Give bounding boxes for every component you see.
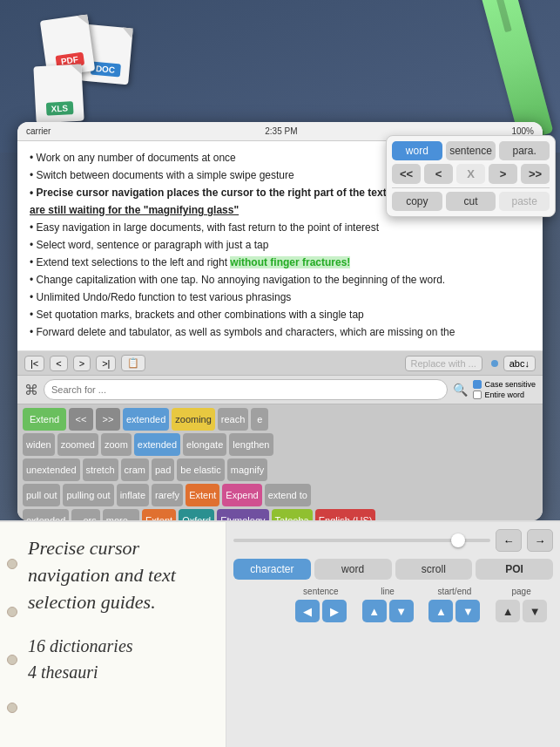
popup-paste-btn[interactable]: paste (499, 192, 550, 211)
key-nav-prev[interactable]: << (69, 408, 93, 431)
nav-labels-row: sentence line start/end page (233, 587, 553, 596)
time-label: 2:35 PM (265, 126, 297, 136)
key-etymology[interactable]: Etymology (217, 509, 268, 520)
key-elongate[interactable]: elongate (183, 433, 226, 456)
key-expend[interactable]: Expend (222, 484, 261, 506)
key-widen[interactable]: widen (23, 433, 55, 456)
case-sensitive-checkbox[interactable] (473, 380, 482, 389)
key-extended3[interactable]: extended (23, 509, 69, 520)
keyboard-area: Extend << >> extended zooming reach e wi… (17, 404, 543, 520)
bottom-section: Precise cursornavigation and textselecti… (0, 520, 560, 747)
doc-line-7: • Extend text selections to the left and… (30, 255, 530, 270)
tab-character[interactable]: character (233, 559, 311, 580)
popup-nav-rr[interactable]: >> (521, 164, 550, 184)
key-oxford[interactable]: Oxford (179, 509, 214, 520)
marker-clip (496, 0, 512, 32)
case-sensitive-label: Case sensitive (484, 380, 536, 389)
nav-arrow-left[interactable]: ← (496, 529, 522, 552)
nav-line-down[interactable]: ▼ (389, 600, 414, 622)
nav-page-btns: ▲ ▼ (489, 600, 553, 622)
popup-nav-x[interactable]: X (456, 164, 485, 184)
case-sensitive-option[interactable]: Case sensitive (473, 380, 536, 389)
hole-1 (7, 559, 17, 569)
popup-word-btn[interactable]: word (392, 141, 442, 160)
key-stretch[interactable]: stretch (83, 458, 118, 481)
key-be-elastic[interactable]: be elastic (177, 458, 224, 481)
doc-badge: DOC (90, 61, 120, 77)
nav-page-down[interactable]: ▼ (523, 600, 547, 622)
nav-grid: ◀ ▶ ▲ ▼ ▲ ▼ ▲ ▼ (233, 600, 553, 622)
entire-word-checkbox[interactable] (473, 390, 482, 399)
popup-copy-btn[interactable]: copy (392, 192, 442, 211)
tab-word[interactable]: word (314, 559, 392, 580)
nav-slider[interactable] (233, 539, 490, 542)
popup-nav-l[interactable]: < (424, 164, 453, 184)
tab-scroll[interactable]: scroll (395, 559, 473, 580)
tab-poi[interactable]: POI (476, 559, 553, 580)
key-extended2[interactable]: extended (134, 433, 180, 456)
key-inflate[interactable]: inflate (117, 484, 149, 506)
key-pad[interactable]: pad (152, 458, 174, 481)
toolbar-angle-right[interactable]: > (73, 356, 91, 371)
nav-slider-thumb[interactable] (451, 533, 465, 547)
key-tatoeba[interactable]: Tatoeba (272, 509, 313, 520)
toolbar-bracket-left[interactable]: |< (24, 356, 44, 371)
nav-line-up[interactable]: ▲ (362, 600, 387, 622)
nav-sentence-right[interactable]: ▶ (322, 600, 347, 622)
nav-tabs: character word scroll POI (233, 559, 553, 580)
doc-line-11: • Forward delete and tabulator, as well … (30, 324, 530, 340)
nav-startend-up[interactable]: ▲ (428, 600, 453, 622)
search-magnify-icon[interactable]: 🔍 (453, 383, 468, 397)
key-zooming[interactable]: zooming (172, 408, 215, 431)
key-pull-out[interactable]: pull out (23, 484, 60, 506)
key-extend[interactable]: Extend (23, 408, 66, 431)
doc-line-6: • Select word, sentence or paragraph wit… (30, 237, 530, 253)
key-unextended[interactable]: unextended (23, 458, 80, 481)
key-extent[interactable]: Extent (186, 484, 219, 506)
nav-page-up[interactable]: ▲ (496, 600, 520, 622)
command-icon: ⌘ (24, 382, 38, 398)
key-magnify[interactable]: magnify (227, 458, 268, 481)
key-reach[interactable]: reach (218, 408, 249, 431)
toolbar-angle-left[interactable]: < (50, 356, 67, 371)
entire-word-label: Entire word (484, 390, 524, 399)
toolbar-paste-icon[interactable]: 📋 (121, 355, 145, 371)
notebook-stats: 16 dictionaries 4 thesauri (28, 633, 208, 685)
toolbar-bracket-right[interactable]: >| (96, 356, 116, 371)
key-extent2[interactable]: Extent (142, 509, 176, 520)
toolbar-replace-placeholder[interactable]: Replace with ... (405, 356, 482, 371)
label-sentence: sentence (289, 587, 353, 596)
doc-line-8: • Change capitalization with one tap. No… (30, 272, 530, 288)
hole-2 (7, 607, 17, 617)
popup-sentence-btn[interactable]: sentence (446, 141, 496, 160)
nav-sentence-left[interactable]: ◀ (295, 600, 320, 622)
xls-icon: XLS (33, 65, 84, 124)
notebook-title: Precise cursornavigation and textselecti… (28, 535, 208, 615)
notebook-holes (7, 540, 17, 731)
key-extend-to[interactable]: extend to (265, 484, 311, 506)
toolbar-abc-icon[interactable]: abc↓ (503, 356, 536, 371)
popup-action-row: copy cut paste (392, 192, 550, 211)
nav-startend-down[interactable]: ▼ (455, 600, 480, 622)
key-zoom[interactable]: zoom (101, 433, 132, 456)
key-zoomed[interactable]: zoomed (57, 433, 98, 456)
key-cram[interactable]: cram (121, 458, 149, 481)
popup-para-btn[interactable]: para. (499, 141, 550, 160)
key-more[interactable]: more... (103, 509, 139, 520)
search-input[interactable] (44, 379, 448, 400)
label-line: line (356, 587, 420, 596)
key-extended[interactable]: extended (123, 408, 169, 431)
popup-cut-btn[interactable]: cut (446, 192, 496, 211)
nav-arrow-right[interactable]: → (527, 529, 553, 552)
entire-word-option[interactable]: Entire word (473, 390, 536, 399)
key-ers[interactable]: ...ers (71, 509, 99, 520)
key-lengthen[interactable]: lengthen (229, 433, 273, 456)
popup-nav-ll[interactable]: << (392, 164, 421, 184)
key-e[interactable]: e (251, 408, 268, 431)
key-nav-next[interactable]: >> (96, 408, 120, 431)
popup-nav-r[interactable]: > (489, 164, 517, 184)
key-rarefy[interactable]: rarefy (152, 484, 183, 506)
key-english-us[interactable]: English (US) (315, 509, 376, 520)
key-pulling-out[interactable]: pulling out (63, 484, 113, 506)
popup-nav-row: << < X > >> (392, 164, 550, 184)
